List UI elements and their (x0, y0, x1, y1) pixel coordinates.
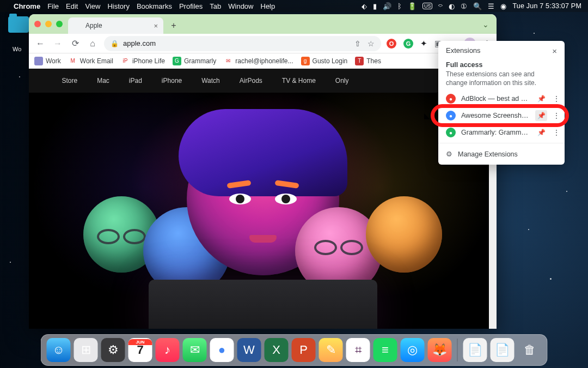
user-icon[interactable]: ① (461, 2, 467, 10)
lock-icon[interactable]: 🔒 (111, 40, 119, 47)
bluetooth-icon[interactable]: ᛒ (397, 2, 402, 10)
dock-app-icon[interactable]: 7JUN (128, 338, 152, 362)
dock-app-icon[interactable]: ☺ (47, 338, 71, 362)
bookmark-star-button[interactable]: ☆ (367, 39, 375, 48)
dock-app-icon[interactable]: ♪ (156, 338, 180, 362)
bookmark-item[interactable]: TThes (355, 57, 381, 65)
apple-nav-item[interactable]: TV & Home (282, 77, 316, 85)
close-tab-button[interactable]: × (154, 22, 158, 30)
window-close-button[interactable] (34, 21, 41, 27)
extension-more-button[interactable]: ⋮ (553, 128, 560, 137)
bookmark-label: Thes (366, 57, 381, 65)
manage-extensions-label: Manage Extensions (458, 150, 518, 158)
back-button[interactable]: ← (34, 39, 46, 49)
macos-dock: ☺⊞⚙7JUN♪✉●WXP✎⌗≡◎🦊 📄📄🗑 (41, 334, 548, 366)
window-zoom-button[interactable] (56, 21, 63, 27)
dropbox-icon[interactable]: ⬖ (362, 2, 367, 10)
apple-nav-item[interactable]: Only (335, 77, 349, 85)
input-source-icon[interactable]: US (422, 3, 433, 9)
reload-button[interactable]: ⟳ (69, 38, 81, 49)
dock-app-icon[interactable]: P (292, 338, 316, 362)
grammarly-extension-icon[interactable]: G (403, 39, 413, 49)
manage-extensions-button[interactable]: ⚙ Manage Extensions (438, 146, 565, 162)
menubar-item[interactable]: Bookmarks (137, 2, 172, 10)
bookmark-favicon-icon: iP (121, 57, 130, 65)
dock-app-icon[interactable]: ● (210, 338, 234, 362)
apple-nav-item[interactable]: AirPods (240, 77, 262, 85)
browser-tab[interactable]: Apple × (68, 17, 163, 34)
extension-icon: ● (446, 128, 456, 137)
apple-nav-item[interactable]: Store (62, 77, 77, 85)
bookmark-item[interactable]: Work (34, 57, 61, 65)
bookmark-label: Grammarly (184, 57, 216, 65)
bookmark-item[interactable]: ✉rachel@iphonelife... (224, 57, 293, 65)
extension-more-button[interactable]: ⋮ (553, 111, 560, 120)
menubar-app-name[interactable]: Chrome (14, 2, 40, 10)
dock-app-icon[interactable]: 🗑 (518, 338, 542, 362)
menubar-item[interactable]: Tab (210, 2, 221, 10)
menubar-item[interactable]: File (47, 2, 59, 10)
battery-icon[interactable]: 🔋 (408, 2, 416, 10)
desktop-folder-icon[interactable] (8, 16, 29, 33)
bookmark-item[interactable]: gGusto Login (301, 57, 348, 65)
extension-icon: ● (446, 111, 456, 120)
menubar-clock[interactable]: Tue Jun 7 5:33:07 PM (512, 2, 581, 10)
dock-app-icon[interactable]: 📄 (463, 338, 487, 362)
dock-app-icon[interactable]: W (237, 338, 261, 362)
menubar-item[interactable]: View (85, 2, 100, 10)
dock-app-icon[interactable]: ⊞ (74, 338, 98, 362)
dock-app-icon[interactable]: ✉ (183, 338, 207, 362)
apple-nav-item[interactable]: Watch (201, 77, 220, 85)
extension-row[interactable]: ● Awesome Screenshot and Sc… 📌 ⋮ (438, 107, 565, 124)
control-center-icon[interactable]: ☰ (488, 2, 494, 10)
tab-title: Apple (85, 22, 102, 29)
menubar-item[interactable]: Window (228, 2, 253, 10)
sync-icon[interactable]: ◐ (449, 2, 455, 10)
spotlight-icon[interactable]: 🔍 (473, 2, 482, 10)
address-bar[interactable]: 🔒 apple.com ⇧ ☆ (104, 36, 381, 51)
apple-nav-item[interactable]: Mac (97, 77, 109, 85)
dock-app-icon[interactable]: ◎ (401, 338, 425, 362)
share-button[interactable]: ⇧ (354, 39, 361, 48)
bookmark-item[interactable]: iPiPhone Life (121, 57, 165, 65)
dock-app-icon[interactable]: ⌗ (346, 338, 370, 362)
bookmark-item[interactable]: GGrammarly (173, 57, 216, 65)
home-button[interactable]: ⌂ (87, 39, 99, 49)
dock-app-icon[interactable]: X (265, 338, 289, 362)
bookmark-favicon-icon: g (301, 57, 310, 65)
menubar-item[interactable]: Help (261, 2, 275, 10)
close-popup-button[interactable]: × (552, 46, 557, 56)
apple-nav-item[interactable]: iPad (129, 77, 142, 85)
bookmark-favicon-icon: T (355, 57, 364, 65)
bookmark-item[interactable]: MWork Email (69, 57, 113, 65)
menubar-item[interactable]: History (107, 2, 129, 10)
extension-row[interactable]: ● AdBlock — best ad blocker 📌 ⋮ (438, 91, 565, 107)
volume-icon[interactable]: 🔊 (383, 2, 391, 10)
pin-extension-button[interactable]: 📌 (535, 129, 547, 136)
dock-app-icon[interactable]: ✎ (319, 338, 343, 362)
siri-icon[interactable]: ◉ (500, 2, 506, 10)
tab-search-button[interactable]: ⌄ (482, 20, 489, 29)
extension-row[interactable]: ● Grammarly: Grammar Check… 📌 ⋮ (438, 124, 565, 141)
dock-app-icon[interactable]: ⚙ (101, 338, 125, 362)
status-icon[interactable]: ▮ (373, 2, 377, 10)
menubar-item[interactable]: Edit (66, 2, 78, 10)
extensions-popup-title: Extensions (446, 46, 481, 56)
dock-app-icon[interactable]: 📄 (491, 338, 514, 362)
apple-nav-item[interactable]: iPhone (162, 77, 182, 85)
pin-extension-button[interactable]: 📌 (535, 110, 547, 121)
dock-app-icon[interactable]: 🦊 (428, 338, 452, 362)
pin-extension-button[interactable]: 📌 (535, 95, 547, 102)
wifi-icon[interactable]: ⌔ (438, 2, 443, 10)
new-tab-button[interactable]: + (167, 19, 181, 33)
menubar-item[interactable]: Profiles (179, 2, 203, 10)
bookmark-favicon-icon: ✉ (224, 57, 232, 65)
adblock-extension-icon[interactable]: O (387, 39, 396, 49)
chrome-window: Apple × + ⌄ ← → ⟳ ⌂ 🔒 apple.com ⇧ ☆ O G … (29, 14, 497, 329)
extensions-button[interactable]: ✦ (420, 39, 427, 49)
chrome-tabstrip: Apple × + ⌄ (29, 14, 497, 34)
forward-button[interactable]: → (52, 39, 64, 49)
dock-app-icon[interactable]: ≡ (373, 338, 397, 362)
window-minimize-button[interactable] (45, 21, 52, 27)
extension-more-button[interactable]: ⋮ (553, 94, 560, 103)
